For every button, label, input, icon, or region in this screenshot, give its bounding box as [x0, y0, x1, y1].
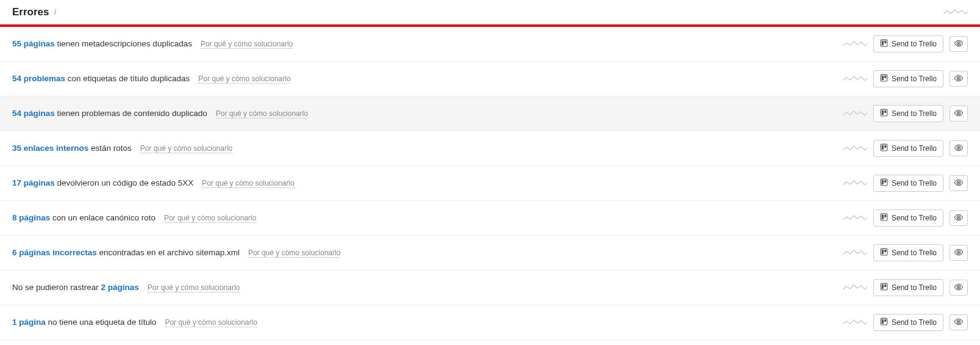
issue-right: Send to Trello: [843, 70, 968, 87]
trello-icon: [880, 109, 888, 118]
trello-icon: [880, 143, 888, 153]
svg-rect-6: [884, 76, 886, 78]
issue-text[interactable]: 54 problemas con etiquetas de título dup…: [12, 74, 190, 83]
svg-point-23: [958, 216, 960, 218]
view-button[interactable]: [950, 175, 968, 191]
fix-link[interactable]: Por qué y cómo solucionarlo: [248, 249, 340, 258]
issue-link[interactable]: 8 páginas: [12, 213, 50, 222]
issue-text[interactable]: 55 páginas tienen metadescripciones dupl…: [12, 39, 192, 48]
issue-left: 1 página no tiene una etiqueta de título…: [12, 318, 257, 327]
issue-text[interactable]: 8 páginas con un enlace canónico roto: [12, 213, 156, 222]
view-button[interactable]: [950, 140, 968, 156]
fix-link[interactable]: Por qué y cómo solucionarlo: [202, 179, 294, 188]
view-button[interactable]: [950, 106, 968, 122]
panel-title-wrap: Errores i: [12, 6, 56, 18]
fix-link[interactable]: Por qué y cómo solucionarlo: [140, 144, 232, 153]
svg-rect-10: [884, 111, 886, 113]
issue-text[interactable]: 1 página no tiene una etiqueta de título: [12, 318, 156, 327]
eye-icon: [954, 108, 964, 120]
send-to-trello-button[interactable]: Send to Trello: [873, 314, 943, 331]
sparkline-icon: [943, 8, 968, 16]
issue-row: 54 páginas tienen problemas de contenido…: [0, 96, 980, 131]
svg-rect-34: [884, 319, 886, 322]
panel-header: Errores i: [0, 0, 980, 27]
trello-icon: [880, 39, 888, 49]
trello-icon: [880, 213, 888, 223]
issue-link[interactable]: 35 enlaces internos: [12, 143, 88, 153]
send-to-trello-button[interactable]: Send to Trello: [873, 105, 943, 122]
issue-link[interactable]: 54 problemas: [12, 74, 65, 83]
issue-link[interactable]: 2 páginas: [101, 283, 139, 292]
issue-row: 35 enlaces internos están rotosPor qué y…: [0, 131, 980, 166]
fix-link[interactable]: Por qué y cómo solucionarlo: [198, 74, 290, 84]
send-to-trello-button[interactable]: Send to Trello: [873, 279, 943, 296]
issue-text[interactable]: 17 páginas devolvieron un código de esta…: [12, 178, 193, 187]
sparkline-icon: [843, 109, 867, 118]
fix-link[interactable]: Por qué y cómo solucionarlo: [165, 318, 257, 327]
send-to-trello-button[interactable]: Send to Trello: [873, 140, 943, 157]
fix-link[interactable]: Por qué y cómo solucionarlo: [148, 283, 240, 292]
svg-point-11: [958, 112, 960, 114]
send-to-trello-button[interactable]: Send to Trello: [873, 175, 943, 192]
issue-text[interactable]: 54 páginas tienen problemas de contenido…: [12, 109, 207, 118]
fix-link[interactable]: Por qué y cómo solucionarlo: [164, 214, 256, 223]
issue-rest: encontradas en el archivo sitemap.xml: [97, 248, 240, 257]
send-to-trello-label: Send to Trello: [892, 144, 937, 153]
view-button[interactable]: [950, 36, 968, 52]
issue-prefix: No se pudieron rastrear: [12, 283, 101, 292]
send-to-trello-label: Send to Trello: [892, 318, 937, 327]
issue-left: 35 enlaces internos están rotosPor qué y…: [12, 143, 232, 153]
issue-link[interactable]: 17 páginas: [12, 178, 55, 187]
issue-row: 6 páginas incorrectas encontradas en el …: [0, 236, 980, 271]
issue-rest: están rotos: [88, 143, 132, 153]
svg-rect-18: [884, 180, 886, 183]
issue-link[interactable]: 1 página: [12, 318, 46, 327]
eye-icon: [954, 247, 964, 259]
svg-rect-14: [884, 145, 886, 148]
trello-icon: [880, 283, 888, 292]
send-to-trello-button[interactable]: Send to Trello: [873, 70, 943, 87]
eye-icon: [954, 178, 964, 189]
issue-rest: con etiquetas de título duplicadas: [65, 74, 190, 83]
send-to-trello-button[interactable]: Send to Trello: [873, 244, 943, 261]
eye-icon: [954, 143, 964, 154]
svg-rect-33: [882, 319, 884, 324]
svg-rect-29: [882, 285, 884, 289]
issue-text[interactable]: 6 páginas incorrectas encontradas en el …: [12, 248, 240, 257]
trello-icon: [880, 248, 888, 258]
issue-left: 8 páginas con un enlace canónico rotoPor…: [12, 213, 256, 223]
errors-panel: Errores i 55 páginas tienen metadescripc…: [0, 0, 980, 345]
svg-rect-22: [884, 215, 886, 217]
issue-row: No se pudieron rastrear 2 páginasPor qué…: [0, 271, 980, 305]
issue-row: 1 imagen interna está rotaPor qué y cómo…: [0, 340, 980, 345]
view-button[interactable]: [950, 280, 968, 296]
svg-rect-25: [882, 250, 884, 255]
sparkline-icon: [843, 214, 867, 222]
issue-link[interactable]: 54 páginas: [12, 109, 55, 118]
fix-link[interactable]: Por qué y cómo solucionarlo: [201, 40, 293, 49]
send-to-trello-button[interactable]: Send to Trello: [873, 35, 943, 53]
trello-icon: [880, 318, 888, 327]
issue-rest: tienen problemas de contenido duplicado: [55, 109, 207, 118]
send-to-trello-label: Send to Trello: [892, 249, 937, 257]
issue-link[interactable]: 55 páginas: [12, 39, 55, 48]
view-button[interactable]: [950, 71, 968, 87]
sparkline-icon: [843, 283, 867, 292]
issue-link[interactable]: 6 páginas incorrectas: [12, 248, 97, 257]
eye-icon: [954, 282, 964, 294]
issue-text[interactable]: 35 enlaces internos están rotos: [12, 143, 132, 153]
issue-left: 55 páginas tienen metadescripciones dupl…: [12, 39, 293, 49]
info-icon[interactable]: i: [54, 8, 56, 16]
svg-rect-30: [884, 285, 886, 287]
issue-left: No se pudieron rastrear 2 páginasPor qué…: [12, 283, 240, 292]
view-button[interactable]: [950, 210, 968, 226]
view-button[interactable]: [950, 245, 968, 261]
fix-link[interactable]: Por qué y cómo solucionarlo: [216, 109, 308, 118]
issue-right: Send to Trello: [843, 105, 968, 122]
send-to-trello-button[interactable]: Send to Trello: [873, 209, 943, 227]
eye-icon: [954, 212, 964, 224]
issue-text[interactable]: No se pudieron rastrear 2 páginas: [12, 283, 139, 292]
issue-row: 8 páginas con un enlace canónico rotoPor…: [0, 201, 980, 236]
svg-point-15: [958, 147, 960, 148]
view-button[interactable]: [950, 314, 968, 330]
